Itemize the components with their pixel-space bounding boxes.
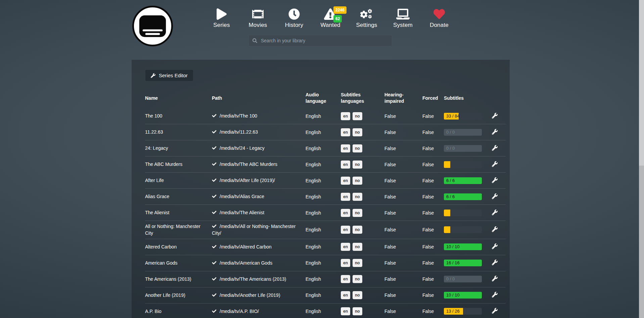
language-badge-no[interactable]: no: [353, 226, 362, 234]
series-name[interactable]: Altered Carbon: [145, 241, 212, 252]
series-path: /media/tv/A.P. BIO/: [212, 306, 306, 317]
edit-series-button[interactable]: [491, 160, 499, 169]
nav-item-movies[interactable]: Movies: [240, 7, 276, 29]
table-row: Alias Grace /media/tv/Alias Grace Englis…: [145, 189, 506, 205]
scrollbar-track[interactable]: [639, 0, 644, 318]
series-name[interactable]: A.P. Bio: [145, 306, 212, 317]
language-badge-en[interactable]: en: [341, 112, 350, 120]
edit-series-button[interactable]: [491, 242, 499, 252]
language-badge-no[interactable]: no: [353, 128, 362, 136]
series-name[interactable]: After Life: [145, 175, 212, 186]
edit-series-button[interactable]: [491, 258, 499, 268]
series-name[interactable]: The Americans (2013): [145, 274, 212, 284]
language-badge-en[interactable]: en: [341, 193, 350, 201]
edit-series-button[interactable]: [491, 290, 499, 300]
check-icon: [212, 244, 217, 249]
series-name[interactable]: All or Nothing: Manchester City: [145, 221, 212, 239]
series-path: /media/tv/Alias Grace: [212, 191, 306, 202]
subtitles-progress-bar: 33 / 84: [444, 113, 482, 120]
language-badge-en[interactable]: en: [341, 128, 350, 136]
language-badge-en[interactable]: en: [341, 291, 350, 299]
nav-item-donate[interactable]: Donate: [421, 7, 457, 29]
series-name[interactable]: 24: Legacy: [145, 143, 212, 153]
language-badge-en[interactable]: en: [341, 243, 350, 251]
check-icon: [212, 210, 217, 215]
subtitle-languages: enno: [341, 209, 384, 217]
series-name[interactable]: The 100: [145, 110, 212, 121]
language-badge-no[interactable]: no: [353, 193, 362, 201]
path-text: /media/tv/Altered Carbon: [220, 244, 272, 249]
path-text: /media/tv/The ABC Murders: [220, 162, 277, 167]
language-badge-no[interactable]: no: [353, 161, 362, 169]
language-badge-no[interactable]: no: [353, 243, 362, 251]
language-badge-en[interactable]: en: [341, 226, 350, 234]
table-row: American Gods /media/tv/American Gods En…: [145, 255, 506, 271]
language-badge-en[interactable]: en: [341, 144, 350, 152]
path-text: /media/tv/A.P. BIO/: [220, 309, 259, 314]
series-name[interactable]: The Alienist: [145, 207, 212, 218]
series-name[interactable]: Alias Grace: [145, 191, 212, 202]
edit-series-button[interactable]: [491, 208, 499, 218]
scrollbar-thumb[interactable]: [639, 166, 644, 318]
check-icon: [212, 261, 217, 265]
language-badge-en[interactable]: en: [341, 307, 350, 315]
language-badge-no[interactable]: no: [353, 259, 362, 267]
forced-value: False: [422, 260, 444, 266]
edit-series-button[interactable]: [491, 274, 499, 284]
check-icon: [212, 162, 217, 166]
table-row: 11.22.63 /media/tv/11.22.63 English enno…: [145, 124, 506, 140]
app-logo[interactable]: [132, 5, 173, 47]
language-badge-no[interactable]: no: [353, 177, 362, 185]
table-body: The 100 /media/tv/The 100 English enno F…: [145, 108, 506, 318]
series-path: /media/tv/24 - Legacy: [212, 143, 306, 153]
language-badge-no[interactable]: no: [353, 144, 362, 152]
language-badge-no[interactable]: no: [353, 112, 362, 120]
series-name[interactable]: 11.22.63: [145, 127, 212, 137]
language-badge-en[interactable]: en: [341, 209, 350, 217]
check-icon: [212, 277, 217, 281]
series-editor-button[interactable]: Series Editor: [145, 70, 193, 81]
forced-value: False: [422, 162, 444, 167]
subtitle-languages: enno: [341, 177, 384, 185]
forced-value: False: [422, 178, 444, 183]
language-badge-en[interactable]: en: [341, 259, 350, 267]
forced-value: False: [422, 130, 444, 135]
language-badge-en[interactable]: en: [341, 275, 350, 283]
edit-series-button[interactable]: [491, 144, 499, 153]
audio-language: English: [306, 146, 341, 151]
nav-item-system[interactable]: System: [385, 7, 421, 29]
forced-value: False: [422, 276, 444, 282]
subtitle-languages: enno: [341, 307, 384, 315]
nav-item-settings[interactable]: Settings: [349, 7, 385, 29]
series-name[interactable]: American Gods: [145, 258, 212, 268]
language-badge-en[interactable]: en: [341, 161, 350, 169]
language-badge-no[interactable]: no: [353, 307, 362, 315]
subtitle-languages: enno: [341, 291, 384, 299]
series-name[interactable]: The ABC Murders: [145, 159, 212, 170]
subtitles-progress-bar: 0 / 0: [444, 145, 482, 152]
edit-series-button[interactable]: [491, 307, 499, 316]
language-badge-en[interactable]: en: [341, 177, 350, 185]
edit-series-button[interactable]: [491, 225, 499, 234]
wrench-icon: [492, 161, 498, 167]
language-badge-no[interactable]: no: [353, 209, 362, 217]
progress-fill: [444, 226, 450, 233]
nav-item-series[interactable]: Series: [203, 7, 240, 29]
table-row: 24: Legacy /media/tv/24 - Legacy English…: [145, 140, 506, 156]
edit-series-button[interactable]: [491, 176, 499, 185]
nav-item-history[interactable]: History: [276, 7, 312, 29]
search-input[interactable]: [248, 35, 392, 46]
edit-series-button[interactable]: [491, 192, 499, 201]
language-badge-no[interactable]: no: [353, 291, 362, 299]
nav-item-wanted[interactable]: Wanted 224662: [312, 7, 349, 29]
edit-series-button[interactable]: [491, 128, 499, 137]
series-name[interactable]: Another Life (2019): [145, 290, 212, 301]
nav-label: Donate: [430, 22, 449, 29]
subtitles-progress-bar: [444, 210, 482, 216]
check-icon: [212, 293, 217, 297]
column-header-hi: Hearing-impaired: [384, 92, 422, 104]
edit-series-button[interactable]: [491, 111, 499, 121]
series-editor-label: Series Editor: [159, 73, 188, 78]
language-badge-no[interactable]: no: [353, 275, 362, 283]
hearing-impaired-value: False: [384, 130, 422, 135]
